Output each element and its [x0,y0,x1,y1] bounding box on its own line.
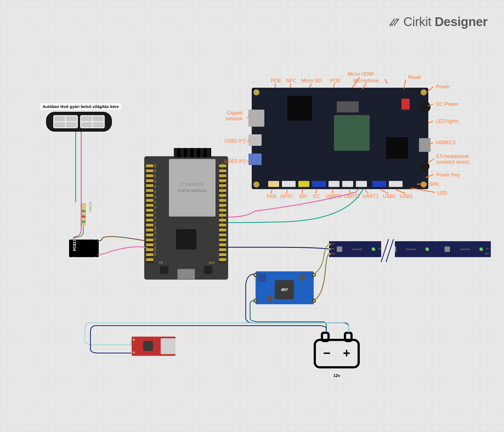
esp32-right-pin-23: 23 [221,168,223,174]
esp32-right-pin-GND: GND [221,163,223,169]
svg-point-2 [180,183,184,186]
esp32-right-pin-5: 5 [221,210,223,215]
esp32-right-pin-D0: D0 [221,252,223,257]
battery-neg-icon: − [323,346,331,360]
esp32-right-pin-0: 0 [221,231,223,236]
usb-buck-module[interactable] [132,337,175,356]
sbc-usb30-port [248,154,262,165]
esp32-left-pin-12: 12 [154,220,157,226]
sbc-label-fan: FAN [267,194,276,199]
sbc-gpio-conn [282,181,296,187]
esp32-right-pin-4: 4 [221,226,223,231]
esp32-en-button[interactable] [160,266,168,274]
esp32-left-pin-CMD: CMD [154,246,157,252]
battery-pos-icon: + [343,346,350,360]
sbc-label-microhdmi: Micro HDMI [348,71,374,77]
sbc-fan-conn [268,181,279,187]
esp32-model: ESP32-WROOM [178,189,206,193]
sbc-label-microphone: Microphone [353,78,379,84]
esp32-shield: ESPRESSIF ESP32-WROOM [169,159,216,217]
sbc-board[interactable] [252,88,428,189]
esp32-left-pin-27: 27 [154,210,157,215]
esp32-left-pin-D3: D3 [154,241,157,247]
led-strip-break [381,238,395,260]
sbc-uart1-conn [356,181,367,187]
light-bar-label: Autóban lévő gyári belső világítás köre [40,103,121,110]
canvas[interactable]: Cirkit Designer Autóban lévő gyári belső… [0,0,504,432]
resistor-component[interactable] [82,203,86,225]
esp32-left-pin-14: 14 [154,215,157,221]
sbc-label-gpio: GPIO [280,194,293,199]
sbc-cpu [334,115,370,151]
sbc-label-microsd: Micro SD [301,78,321,84]
esp32-left-pin-D2: D2 [154,236,157,241]
brand-icon [389,16,400,27]
sbc-i2c-conn [312,181,326,187]
esp32-left-pin-32: 32 [154,189,157,195]
sbc-uart3-conn [329,181,339,187]
sbc-usb20-port [248,134,262,146]
sbc-label-usb2b: USB2 [383,194,396,199]
sbc-usb2-conn [372,181,386,187]
sbc-label-headphone: 3.5 headphone socket(4 wires) [436,154,469,165]
esp32-right-pin-RX: RX [221,184,223,189]
esp32-left-pin-25: 25 [154,200,157,205]
led-strip-component[interactable]: +5V DIN GND WS2812B DO WS2812B WS2812B D… [329,241,491,257]
esp32-left-pin-5V: 5V [154,252,157,257]
sbc-label-dcpower: DC Power [436,101,458,107]
sbc-label-spk: SPK [429,181,439,187]
esp32-right-pin-2: 2 [221,236,223,241]
sbc-label-reset: Reset [408,75,421,80]
esp32-left-pin-35: 35 [154,184,157,189]
sbc-audio-jack [420,162,429,171]
esp32-board[interactable]: ESPRESSIF ESP32-WROOM EN Boot [144,156,228,280]
sbc-reset-button[interactable] [401,99,410,110]
esp32-left-pin-34: 34 [154,179,157,184]
sbc-label-led: LED [438,190,447,196]
esp32-left-pin-EN: EN [154,163,157,169]
esp32-boot-button[interactable] [204,266,212,274]
svg-point-0 [390,24,392,25]
pc817-pin2: 2 [72,257,75,258]
esp32-right-pin-CLK: CLK [221,257,223,262]
battery-12v[interactable]: − + 12v [312,329,361,370]
sbc-label-usb20: USB2.0*2 [224,138,246,144]
esp32-right-pin-TX: TX [221,179,223,184]
brand-logo: Cirkit Designer [389,14,488,29]
sbc-label-uart3: UART3 [326,194,342,199]
esp32-left-pin-13: 13 [154,231,157,236]
wiring-layer [0,0,504,432]
buck-potentiometer[interactable] [258,274,266,282]
sbc-label-spi: SPI [299,194,307,199]
sbc-label-usb30: USB3.0*2 [224,158,246,164]
sbc-usb1-conn [389,181,403,187]
sbc-label-poe1: POE [271,78,281,84]
svg-rect-3 [315,340,359,367]
usb-buck-usb-port [161,338,175,354]
brand-text: Cirkit Designer [403,14,488,29]
esp32-right-pin-GND: GND [221,194,223,200]
sbc-label-power: Power [436,84,450,90]
esp32-right-pin-D1: D1 [221,246,223,252]
resistor-value: 540 Ω [88,202,92,212]
sbc-uart2-conn [342,181,353,187]
esp32-left-pin-33: 33 [154,194,157,200]
sbc-dc-jack [420,101,431,112]
optocoupler-name: PC817 [72,239,77,251]
light-bar-component[interactable]: Autóban lévő gyári belső világítás köre [46,112,112,132]
sbc-label-powerkey: Power Key [436,172,460,178]
svg-point-1 [397,19,399,21]
esp32-left-pin-VP: VP [154,174,157,179]
sbc-label-uart1: UART1 [363,194,379,199]
esp32-right-pin-18: 18 [221,205,223,210]
sbc-label-uart2: UART2 [344,194,360,199]
sbc-label-ledlights: LED lights [436,118,458,124]
pc817-pin1: 1 [72,239,75,240]
esp32-right-pin-19: 19 [221,200,223,205]
sbc-ethernet-port [248,110,264,127]
esp32-right-pin-22: 22 [221,174,223,179]
esp32-left-pin-26: 26 [154,205,157,210]
buck-converter[interactable]: 4R7 [256,271,314,304]
sbc-hdmi-port [419,138,431,152]
esp32-right-pin-17: 17 [221,215,223,221]
